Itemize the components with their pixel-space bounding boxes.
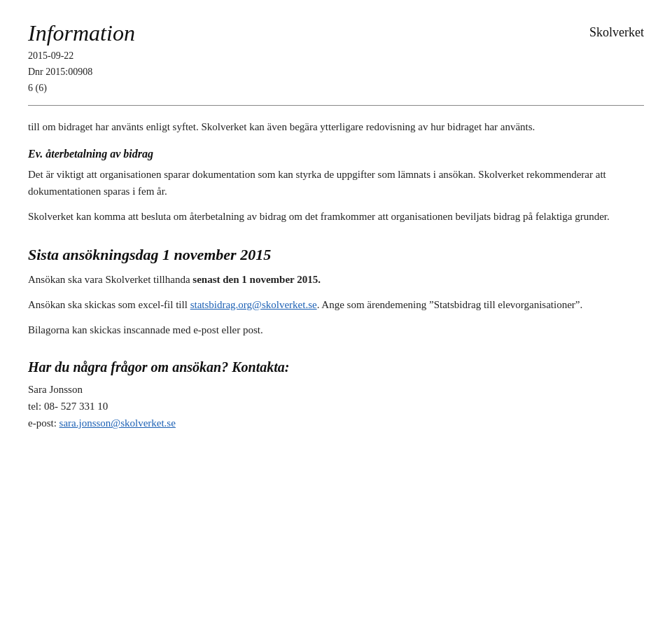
- intro-text: till om bidraget har använts enligt syft…: [28, 118, 644, 135]
- contact-name: Sara Jonsson: [28, 381, 644, 398]
- contact-email-pre: e-post:: [28, 417, 59, 429]
- section-sista-paragraph2: Ansökan ska skickas som excel-fil till s…: [28, 296, 644, 313]
- header: Information Skolverket: [28, 21, 644, 46]
- section-sista-heading: Sista ansökningsdag 1 november 2015: [28, 246, 644, 264]
- divider: [28, 105, 644, 106]
- section-sista-paragraph3: Bilagorna kan skickas inscannade med e-p…: [28, 321, 644, 338]
- contact-email-line: e-post: sara.jonsson@skolverket.se: [28, 415, 644, 431]
- contact-tel: tel: 08- 527 331 10: [28, 398, 644, 415]
- logo: Skolverket: [589, 21, 644, 40]
- page: Information Skolverket 2015-09-22 Dnr 20…: [0, 0, 672, 617]
- sista-para2-pre: Ansökan ska skickas som excel-fil till: [28, 299, 190, 310]
- meta-page: 6 (6): [28, 81, 644, 95]
- section-ev-heading: Ev. återbetalning av bidrag: [28, 148, 644, 160]
- meta-date: 2015-09-22: [28, 48, 644, 63]
- email1-link[interactable]: statsbidrag.org@skolverket.se: [190, 299, 317, 310]
- sista-para1-bold: senast den 1 november 2015.: [192, 274, 321, 285]
- sista-para1-pre: Ansökan ska vara Skolverket tillhanda: [28, 274, 192, 285]
- section-ev-paragraph2: Skolverket kan komma att besluta om åter…: [28, 208, 644, 225]
- sista-para2-post: . Ange som ärendemening ”Statsbidrag til…: [317, 299, 583, 310]
- contact-email-link[interactable]: sara.jonsson@skolverket.se: [59, 417, 176, 429]
- page-title: Information: [28, 21, 135, 46]
- section-ev-paragraph1: Det är viktigt att organisationen sparar…: [28, 166, 644, 200]
- section-sista-paragraph1: Ansökan ska vara Skolverket tillhanda se…: [28, 271, 644, 288]
- section-fragor-heading: Har du några frågor om ansökan? Kontakta…: [28, 359, 644, 375]
- contact-block: Sara Jonsson tel: 08- 527 331 10 e-post:…: [28, 381, 644, 431]
- meta-dnr: Dnr 2015:00908: [28, 64, 644, 79]
